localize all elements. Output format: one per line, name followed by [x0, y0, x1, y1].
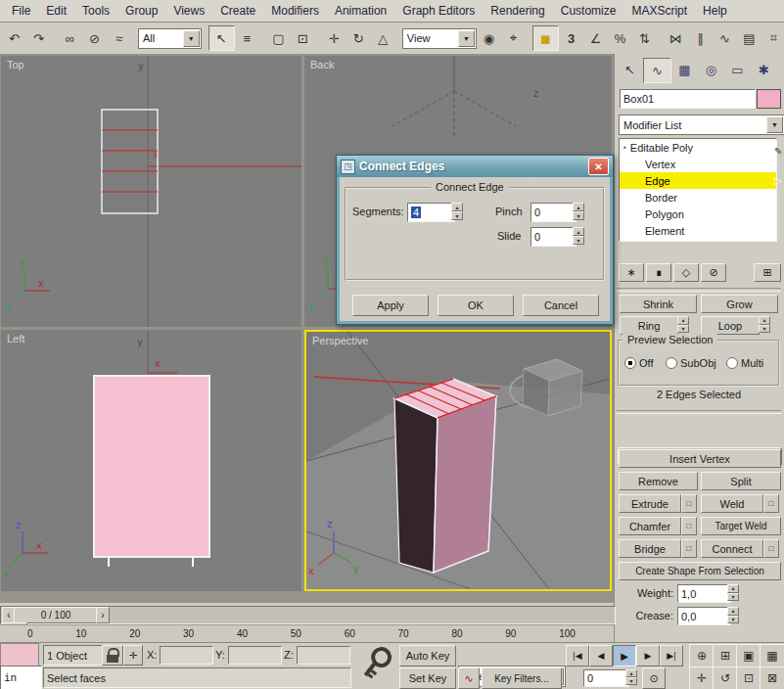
spin-up-icon[interactable]: ▴ — [625, 669, 637, 677]
modifier-list-dropdown[interactable]: Modifier List ▼ — [619, 115, 784, 135]
select-and-link-icon[interactable]: ∞ — [58, 26, 82, 50]
select-and-rotate-icon[interactable]: ↻ — [346, 26, 371, 50]
select-and-manipulate-icon[interactable]: ⌖ — [501, 26, 526, 50]
chamfer-button[interactable]: Chamfer — [619, 517, 681, 535]
select-by-name-icon[interactable]: ≡ — [235, 26, 259, 50]
zoom-icon[interactable]: ⊕ — [689, 644, 715, 667]
viewport-label-top[interactable]: Top — [7, 59, 24, 70]
y-coordinate-field[interactable] — [228, 646, 282, 665]
tab-display-icon[interactable]: ▭ — [724, 58, 751, 81]
current-frame-spinner[interactable]: ▴ ▾ — [625, 669, 637, 685]
redo-icon[interactable]: ↷ — [26, 26, 51, 50]
use-center-icon[interactable]: ◉ — [477, 26, 501, 50]
dropdown-arrow-icon[interactable]: ▼ — [458, 30, 475, 47]
spin-down-icon[interactable]: ▾ — [759, 325, 770, 334]
next-frame-icon[interactable]: ▶ — [636, 645, 660, 666]
tab-modify-icon[interactable]: ∿ — [643, 58, 671, 83]
close-icon[interactable]: ✕ — [588, 158, 609, 175]
menu-animation[interactable]: Animation — [327, 2, 394, 20]
radio-subobj[interactable]: SubObj — [666, 357, 716, 369]
segments-spinner[interactable]: ▴ ▾ — [451, 203, 463, 220]
layer-manager-icon[interactable]: ▤ — [737, 26, 761, 50]
pan-icon[interactable]: ✛ — [689, 666, 715, 689]
grow-button[interactable]: Grow — [701, 295, 778, 313]
stack-item-vertex[interactable]: Vertex — [620, 156, 776, 172]
key-filters-button[interactable]: Key Filters... — [482, 667, 562, 689]
radio-multi-icon[interactable] — [726, 357, 738, 369]
current-frame-field[interactable]: 0 — [583, 669, 629, 687]
bind-to-spacewarp-icon[interactable]: ≈ — [107, 26, 131, 50]
zoom-extents-icon[interactable]: ▣ — [736, 644, 761, 667]
curve-editor-icon[interactable]: ∿ — [713, 26, 737, 50]
chamfer-settings-icon[interactable]: □ — [681, 517, 697, 535]
spin-up-icon[interactable]: ▴ — [451, 203, 463, 211]
viewport-top[interactable]: Top x y y x z — [1, 56, 301, 327]
slide-spinner[interactable]: ▴ ▾ — [573, 227, 584, 245]
spin-down-icon[interactable]: ▾ — [573, 236, 584, 245]
spinner-snap-icon[interactable]: ⇅ — [632, 26, 657, 50]
align-icon[interactable]: ∥ — [688, 26, 713, 50]
zoom-region-icon[interactable]: ⊡ — [736, 666, 761, 689]
play-icon[interactable]: ▶ — [613, 645, 636, 666]
menu-help[interactable]: Help — [695, 2, 735, 20]
create-shape-button[interactable]: Create Shape From Selection — [619, 562, 781, 580]
selection-lock-icon[interactable] — [102, 645, 123, 666]
time-slider-handle[interactable]: 0 / 100 — [14, 607, 98, 623]
box-object[interactable] — [394, 379, 496, 573]
selection-filter-dropdown[interactable]: All ▼ — [138, 28, 202, 49]
select-and-move-icon[interactable]: ✛ — [322, 26, 346, 50]
select-object-icon[interactable]: ↖ — [208, 25, 235, 51]
tab-motion-icon[interactable]: ◎ — [698, 58, 724, 81]
select-and-scale-icon[interactable]: △ — [371, 26, 395, 50]
maximize-viewport-icon[interactable]: ⊠ — [760, 666, 784, 689]
ok-button[interactable]: OK — [438, 295, 514, 316]
show-end-result-icon[interactable]: ∎ — [646, 263, 671, 282]
spin-up-icon[interactable]: ▴ — [727, 607, 739, 616]
connect-button[interactable]: Connect — [701, 539, 763, 558]
pinch-input[interactable]: 0 — [530, 203, 576, 222]
insert-vertex-button[interactable]: Insert Vertex — [619, 449, 781, 468]
menu-group[interactable]: Group — [117, 2, 165, 20]
maxscript-mini-listener[interactable]: in — [0, 666, 42, 689]
x-coordinate-field[interactable] — [160, 646, 213, 665]
go-to-start-icon[interactable]: |◀ — [566, 645, 589, 666]
loop-spinner[interactable]: ▴ ▾ — [759, 316, 770, 333]
arc-rotate-icon[interactable]: ↺ — [713, 666, 738, 689]
stack-item-element[interactable]: Element — [620, 222, 776, 239]
viewport-left[interactable]: Left y x z x y — [1, 330, 301, 591]
menu-views[interactable]: Views — [165, 2, 212, 20]
spin-down-icon[interactable]: ▾ — [451, 211, 463, 220]
viewport-perspective[interactable]: Perspective — [304, 330, 612, 591]
rectangular-selection-region-icon[interactable]: ▢ — [266, 26, 291, 50]
dialog-titlebar[interactable]: ◳ Connect Edges ✕ — [337, 156, 613, 177]
menu-rendering[interactable]: Rendering — [483, 2, 552, 20]
apply-button[interactable]: Apply — [352, 295, 429, 316]
dropdown-arrow-icon[interactable]: ▼ — [766, 116, 783, 133]
angle-snap-icon[interactable]: ∠ — [583, 26, 608, 50]
bridge-button[interactable]: Bridge — [619, 539, 681, 558]
extrude-settings-icon[interactable]: □ — [681, 494, 697, 513]
segments-input[interactable]: 4 — [407, 203, 455, 222]
menu-modifiers[interactable]: Modifiers — [263, 2, 327, 20]
key-tangents-icon[interactable]: ∿ — [458, 667, 480, 689]
spin-down-icon[interactable]: ▾ — [625, 677, 637, 685]
stack-item-polygon[interactable]: Polygon — [620, 206, 776, 222]
radio-off[interactable]: Off — [624, 357, 653, 369]
spin-up-icon[interactable]: ▴ — [727, 584, 739, 593]
shrink-button[interactable]: Shrink — [620, 295, 697, 313]
tab-hierarchy-icon[interactable]: ▦ — [671, 58, 698, 81]
spin-up-icon[interactable]: ▴ — [573, 227, 584, 236]
crease-spinner[interactable]: ▴ ▾ — [727, 607, 739, 623]
extrude-button[interactable]: Extrude — [619, 494, 681, 513]
connect-settings-icon[interactable]: □ — [763, 539, 779, 558]
auto-key-button[interactable]: Auto Key — [399, 645, 456, 666]
previous-frame-icon[interactable]: ◀ — [589, 645, 613, 666]
set-key-button[interactable]: Set Key — [399, 667, 456, 689]
radio-multi[interactable]: Multi — [726, 357, 763, 369]
menu-edit[interactable]: Edit — [38, 2, 74, 20]
radio-off-icon[interactable] — [624, 357, 636, 369]
remove-button[interactable]: Remove — [619, 472, 698, 490]
undo-icon[interactable]: ↶ — [2, 26, 26, 50]
object-name-field[interactable]: Box01 — [620, 89, 756, 109]
tab-utilities-icon[interactable]: ✱ — [751, 58, 777, 81]
